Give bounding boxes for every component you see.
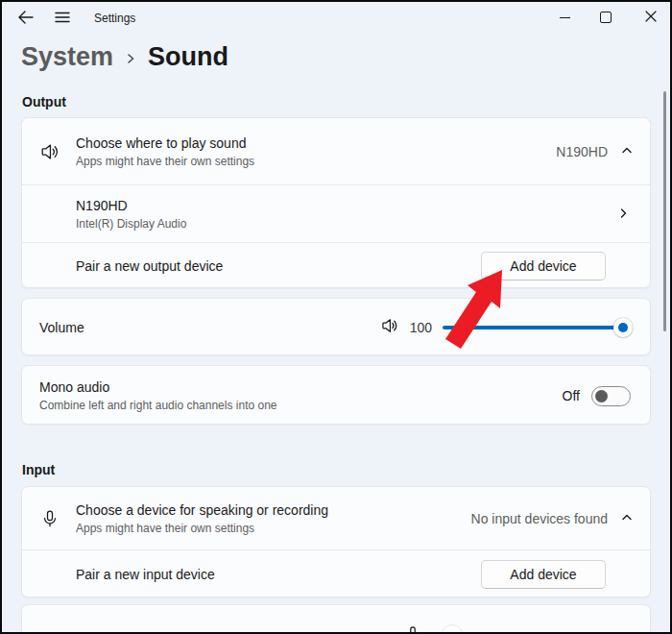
choose-output-title: Choose where to play sound (76, 134, 254, 152)
chevron-right-icon (617, 206, 629, 223)
input-volume-card-partial (21, 604, 651, 634)
window-title: Settings (94, 12, 135, 25)
mono-toggle-state: Off (563, 388, 580, 403)
close-button[interactable] (637, 4, 664, 31)
breadcrumb: System Sound (21, 42, 228, 72)
output-device-item-row[interactable]: N190HD Intel(R) Display Audio (22, 185, 650, 242)
input-device-status: No input devices found (471, 511, 608, 526)
volume-slider-fill[interactable] (443, 326, 625, 329)
choose-input-device-row[interactable]: Choose a device for speaking or recordin… (22, 487, 650, 549)
volume-label: Volume (39, 320, 84, 335)
mono-audio-title: Mono audio (39, 378, 277, 396)
navigation-menu-button[interactable] (50, 7, 75, 32)
input-section-header: Input (22, 462, 55, 477)
output-devices-card: Choose where to play sound Apps might ha… (21, 117, 651, 288)
pair-output-device-row: Pair a new output device Add device (22, 243, 650, 289)
volume-slider[interactable] (443, 318, 625, 337)
toggle-knob (595, 390, 608, 402)
pair-input-device-row: Pair a new input device Add device (22, 550, 650, 598)
breadcrumb-chevron-icon (125, 51, 136, 68)
volume-value: 100 (410, 320, 432, 335)
settings-window: Settings System Sound Output (0, 0, 672, 634)
choose-input-subtitle: Apps might have their own settings (76, 521, 328, 536)
add-input-device-button[interactable]: Add device (481, 560, 606, 589)
back-button[interactable] (13, 7, 38, 32)
output-device-description: Intel(R) Display Audio (76, 216, 186, 232)
selected-output-device: N190HD (556, 144, 608, 159)
choose-input-texts: Choose a device for speaking or recordin… (76, 501, 328, 536)
choose-output-texts: Choose where to play sound Apps might ha… (76, 134, 254, 169)
microphone-icon (404, 625, 421, 634)
choose-output-subtitle: Apps might have their own settings (76, 154, 254, 169)
maximize-icon (600, 12, 612, 23)
maximize-button[interactable] (592, 4, 619, 31)
output-device-texts: N190HD Intel(R) Display Audio (76, 197, 186, 232)
output-device-name: N190HD (76, 197, 186, 214)
volume-slider-thumb[interactable] (613, 318, 633, 337)
minimize-button[interactable] (551, 4, 578, 31)
breadcrumb-current: Sound (148, 42, 228, 72)
choose-input-title: Choose a device for speaking or recordin… (76, 501, 328, 519)
microphone-icon (39, 509, 60, 528)
input-devices-card: Choose a device for speaking or recordin… (21, 486, 651, 597)
pair-input-label: Pair a new input device (76, 567, 215, 582)
minimize-icon (560, 17, 570, 18)
mono-audio-toggle[interactable] (591, 386, 631, 406)
volume-card: Volume 100 (21, 298, 651, 355)
speaker-icon (39, 141, 60, 162)
output-section-header: Output (22, 94, 66, 110)
breadcrumb-parent[interactable]: System (21, 42, 113, 72)
close-icon (645, 9, 657, 26)
mono-audio-subtitle: Combine left and right audio channels in… (39, 398, 277, 413)
chevron-up-icon[interactable] (621, 143, 633, 160)
disabled-control-circle (441, 624, 464, 634)
add-output-device-button[interactable]: Add device (481, 252, 606, 280)
chevron-up-icon[interactable] (621, 510, 633, 527)
pair-output-label: Pair a new output device (76, 258, 223, 274)
choose-output-device-row[interactable]: Choose where to play sound Apps might ha… (22, 118, 650, 184)
volume-speaker-icon[interactable] (380, 316, 399, 339)
hamburger-icon (54, 9, 71, 30)
mono-audio-texts: Mono audio Combine left and right audio … (39, 378, 277, 413)
vertical-scrollbar[interactable] (663, 91, 666, 331)
back-arrow-icon (17, 9, 35, 30)
mono-audio-card: Mono audio Combine left and right audio … (21, 365, 651, 425)
